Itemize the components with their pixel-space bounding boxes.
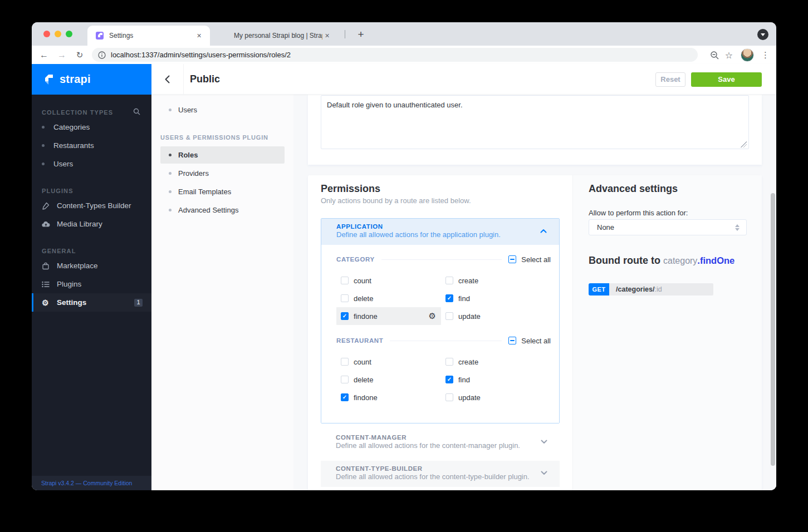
checkbox[interactable]	[341, 358, 349, 366]
sidebar-item-content-types-builder[interactable]: Content-Types Builder	[32, 196, 151, 215]
checkbox[interactable]	[445, 277, 453, 284]
permission-cell-update[interactable]: update	[441, 388, 546, 406]
chevron-up-icon[interactable]	[540, 229, 547, 233]
select-all-checkbox[interactable]	[508, 337, 516, 344]
sidebar-item-marketplace[interactable]: Marketplace	[32, 257, 151, 275]
permission-cell-update[interactable]: update	[441, 307, 546, 325]
permission-cell-findone[interactable]: findone	[336, 388, 441, 406]
allow-action-select[interactable]: None	[589, 219, 747, 235]
minimize-window-button[interactable]	[55, 31, 61, 37]
back-button-box[interactable]	[151, 64, 184, 95]
settings-nav-item-roles[interactable]: Roles	[160, 146, 285, 164]
new-tab-button[interactable]: +	[354, 27, 368, 42]
checkbox[interactable]	[341, 277, 349, 284]
select-all-category[interactable]: Select all	[508, 255, 551, 264]
checkbox[interactable]	[341, 393, 349, 401]
checkbox[interactable]	[445, 393, 453, 401]
browser-window: Settings × My personal Strapi blog | Str…	[32, 22, 776, 490]
bound-route-controller: category	[663, 256, 697, 265]
settings-nav-item-advanced-settings[interactable]: Advanced Settings	[160, 201, 285, 219]
checkbox[interactable]	[341, 294, 349, 302]
textarea-resize-handle[interactable]	[741, 141, 747, 147]
permission-cell-count[interactable]: count	[336, 272, 441, 289]
checkbox[interactable]	[445, 376, 453, 383]
bullet-icon	[169, 154, 172, 156]
permission-cell-findone[interactable]: findone ⚙	[336, 307, 441, 325]
accordion-content-type-builder[interactable]: CONTENT-TYPE-BUILDER Define all allowed …	[321, 461, 560, 487]
site-info-icon[interactable]	[98, 51, 106, 59]
bullet-icon	[169, 190, 172, 193]
accordion-name: CONTENT-TYPE-BUILDER	[336, 465, 560, 472]
permission-label: update	[458, 312, 481, 321]
bound-route-heading: Bound route to category.findOne	[589, 255, 734, 267]
checkbox[interactable]	[341, 376, 349, 383]
permission-cell-find[interactable]: find	[441, 371, 546, 388]
sidebar-item-media-library[interactable]: Media Library	[32, 215, 151, 233]
permission-label: count	[354, 277, 371, 285]
checkbox[interactable]	[445, 294, 453, 302]
sidebar-item-restaurants[interactable]: Restaurants	[32, 136, 151, 155]
checkbox[interactable]	[341, 312, 349, 320]
permission-cell-count[interactable]: count	[336, 353, 441, 371]
url-bar[interactable]: localhost:1337/admin/settings/users-perm…	[92, 48, 698, 62]
sidebar-item-label: Users	[53, 160, 73, 168]
permission-cell-delete[interactable]: delete	[336, 371, 441, 388]
gear-icon[interactable]: ⚙	[429, 312, 436, 320]
maximize-window-button[interactable]	[66, 31, 72, 37]
permission-cell-create[interactable]: create	[441, 353, 546, 371]
settings-nav-item-users[interactable]: Users	[160, 101, 285, 119]
save-button[interactable]: Save	[691, 72, 762, 87]
nav-item-label: Roles	[178, 151, 198, 159]
back-button[interactable]: ←	[37, 48, 51, 62]
bookmark-star-icon[interactable]: ☆	[725, 50, 733, 61]
tab-close-icon[interactable]: ×	[322, 31, 332, 41]
tab-title: My personal Strapi blog | Strap	[234, 32, 322, 40]
sidebar-item-categories[interactable]: Categories	[32, 118, 151, 136]
chevron-down-icon	[761, 33, 765, 36]
http-method-badge: GET	[589, 283, 609, 295]
permission-label: count	[354, 358, 371, 366]
chevron-down-icon[interactable]	[541, 440, 547, 444]
settings-nav-item-email-templates[interactable]: Email Templates	[160, 183, 285, 200]
tab-close-icon[interactable]: ×	[194, 31, 204, 41]
permission-cell-delete[interactable]: delete	[336, 289, 441, 307]
reset-button[interactable]: Reset	[655, 72, 685, 87]
select-all-restaurant[interactable]: Select all	[508, 337, 551, 345]
strapi-logo[interactable]: strapi	[32, 64, 151, 95]
settings-nav-item-providers[interactable]: Providers	[160, 165, 285, 182]
nav-item-label: Users	[178, 106, 197, 114]
version-link[interactable]: Strapi v3.4.2 — Community Edition	[41, 480, 132, 486]
tab-blog[interactable]: My personal Strapi blog | Strap ×	[212, 26, 338, 46]
role-description-textarea[interactable]: Default role given to unauthenticated us…	[321, 95, 749, 149]
page-scrollbar-thumb[interactable]	[771, 193, 775, 466]
checkbox[interactable]	[445, 312, 453, 320]
chevron-down-icon[interactable]	[541, 471, 547, 475]
tab-settings[interactable]: Settings ×	[87, 26, 210, 46]
tab-search-button[interactable]	[757, 29, 768, 40]
permission-label: create	[458, 358, 478, 366]
version-footer: Strapi v3.4.2 — Community Edition	[32, 476, 151, 490]
permission-cell-find[interactable]: find	[441, 289, 546, 307]
settings-nav: Users USERS & PERMISSIONS PLUGIN Roles P…	[151, 95, 293, 490]
sidebar-item-settings[interactable]: ⚙ Settings 1	[32, 293, 151, 312]
select-all-checkbox[interactable]	[508, 255, 516, 263]
browser-menu-icon[interactable]: ⋮	[761, 50, 770, 60]
zoom-icon[interactable]	[710, 51, 719, 60]
permission-cell-create[interactable]: create	[441, 272, 546, 289]
checkbox[interactable]	[445, 358, 453, 366]
advanced-settings-title: Advanced settings	[589, 183, 678, 195]
forward-button[interactable]: →	[55, 48, 69, 62]
accordion-content-manager[interactable]: CONTENT-MANAGER Define all allowed actio…	[321, 430, 560, 455]
search-icon[interactable]	[133, 108, 140, 115]
sidebar-item-users[interactable]: Users	[32, 155, 151, 173]
reload-button[interactable]: ↻	[72, 48, 87, 62]
sidebar-item-plugins[interactable]: Plugins	[32, 275, 151, 293]
nav-item-label: Advanced Settings	[178, 206, 238, 214]
select-all-label: Select all	[521, 255, 551, 264]
permission-label: delete	[354, 294, 373, 303]
section-general: GENERAL	[32, 245, 151, 257]
close-window-button[interactable]	[43, 31, 50, 37]
accordion-application-header[interactable]: APPLICATION Define all allowed actions f…	[321, 219, 559, 245]
profile-avatar[interactable]	[741, 48, 754, 62]
section-plugins: PLUGINS	[32, 185, 151, 196]
